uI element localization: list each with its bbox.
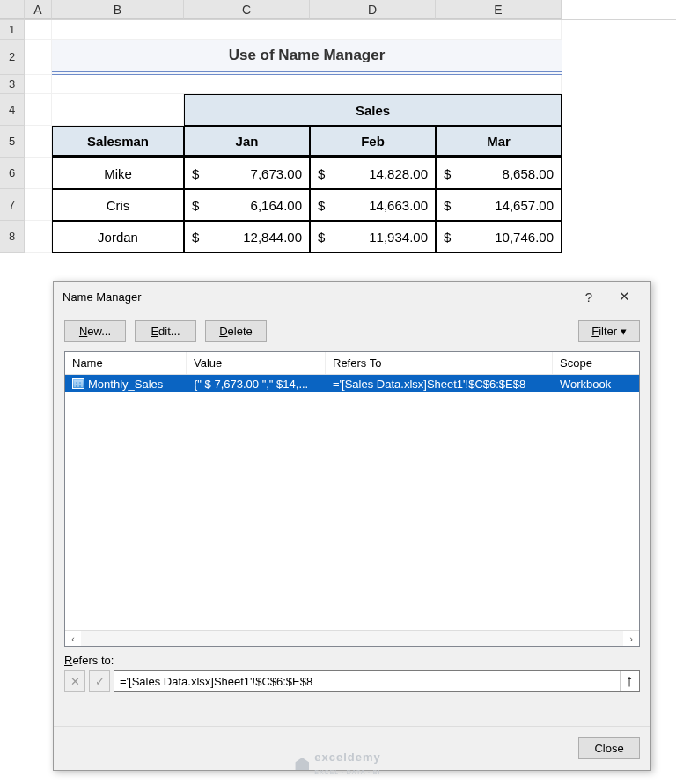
list-row-selected[interactable]: Monthly_Sales {" $ 7,673.00 "," $14,... … — [65, 375, 639, 392]
delete-button[interactable]: Delete — [205, 320, 267, 342]
list-cell-name: Monthly_Sales — [88, 377, 163, 391]
logo-icon — [295, 758, 309, 770]
cell-name[interactable]: Jordan — [52, 221, 184, 253]
salesman-header[interactable]: Salesman — [52, 126, 184, 158]
named-range-icon — [72, 378, 84, 389]
row-header-4[interactable]: 4 — [0, 94, 25, 126]
new-button[interactable]: New... — [64, 320, 126, 342]
cell-value[interactable]: $10,746.00 — [436, 221, 562, 253]
edit-button[interactable]: Edit... — [135, 320, 196, 342]
cell-value[interactable]: $6,164.00 — [184, 189, 310, 221]
scroll-right-icon[interactable]: › — [623, 634, 639, 644]
feb-header[interactable]: Feb — [310, 126, 436, 158]
col-header-d[interactable]: D — [310, 0, 436, 19]
row-header-8[interactable]: 8 — [0, 221, 25, 253]
jan-header[interactable]: Jan — [184, 126, 310, 158]
cell-value[interactable]: $14,828.00 — [310, 158, 436, 189]
row-header-7[interactable]: 7 — [0, 189, 25, 221]
scroll-left-icon[interactable]: ‹ — [65, 634, 81, 644]
cell-value[interactable]: $14,657.00 — [436, 189, 562, 221]
confirm-refers-button[interactable]: ✓ — [89, 670, 110, 692]
cell-value[interactable]: $8,658.00 — [436, 158, 562, 189]
list-cell-scope: Workbook — [553, 377, 639, 391]
cell-value[interactable]: $12,844.00 — [184, 221, 310, 253]
spreadsheet: A B C D E 1 2 Use of Name Manager 3 4 Sa… — [0, 0, 676, 253]
range-picker-button[interactable]: ⭡ — [620, 671, 639, 691]
cancel-refers-button[interactable]: ✕ — [64, 670, 85, 692]
list-header-refers[interactable]: Refers To — [326, 352, 553, 374]
refers-to-label: Refers to: — [64, 654, 640, 667]
close-icon[interactable]: ✕ — [606, 289, 642, 304]
list-header-name[interactable]: Name — [65, 352, 187, 374]
dialog-title: Name Manager — [62, 290, 142, 304]
list-header-value[interactable]: Value — [187, 352, 326, 374]
dialog-titlebar[interactable]: Name Manager ? ✕ — [54, 282, 650, 311]
list-header-scope[interactable]: Scope — [553, 352, 639, 374]
row-header-3[interactable]: 3 — [0, 75, 25, 94]
cell-value[interactable]: $11,934.00 — [310, 221, 436, 253]
filter-button[interactable]: Filter ▾ — [578, 320, 640, 342]
cell-name[interactable]: Cris — [52, 189, 184, 221]
col-header-c[interactable]: C — [184, 0, 310, 19]
sales-header[interactable]: Sales — [184, 94, 562, 126]
list-cell-value: {" $ 7,673.00 "," $14,... — [187, 377, 326, 391]
row-header-6[interactable]: 6 — [0, 158, 25, 189]
mar-header[interactable]: Mar — [436, 126, 562, 158]
name-manager-dialog: Name Manager ? ✕ New... Edit... Delete F… — [53, 281, 651, 771]
column-headers: A B C D E — [0, 0, 676, 20]
collapse-dialog-icon: ⭡ — [624, 675, 636, 688]
watermark-text: exceldemy — [314, 751, 381, 764]
col-header-a[interactable]: A — [25, 0, 52, 19]
help-icon[interactable]: ? — [571, 289, 606, 304]
cell-value[interactable]: $14,663.00 — [310, 189, 436, 221]
watermark: exceldemy EXCEL · DATA · BI — [295, 751, 381, 777]
row-header-1[interactable]: 1 — [0, 20, 25, 40]
page-title: Use of Name Manager — [52, 40, 562, 75]
row-header-2[interactable]: 2 — [0, 40, 25, 75]
col-header-e[interactable]: E — [436, 0, 562, 19]
horizontal-scrollbar[interactable]: ‹ › — [65, 630, 639, 646]
watermark-subtext: EXCEL · DATA · BI — [314, 769, 380, 775]
chevron-down-icon: ▾ — [621, 325, 627, 338]
cell-value[interactable]: $7,673.00 — [184, 158, 310, 189]
select-all-corner[interactable] — [0, 0, 25, 19]
cell-name[interactable]: Mike — [52, 158, 184, 189]
col-header-b[interactable]: B — [52, 0, 184, 19]
check-icon: ✓ — [95, 675, 105, 688]
refers-to-input[interactable] — [114, 675, 620, 688]
list-cell-refers: ='[Sales Data.xlsx]Sheet1'!$C$6:$E$8 — [326, 377, 553, 391]
names-list: Name Value Refers To Scope Monthly_Sales… — [64, 351, 640, 647]
x-icon: ✕ — [70, 675, 80, 688]
close-button[interactable]: Close — [578, 737, 640, 759]
row-header-5[interactable]: 5 — [0, 126, 25, 158]
